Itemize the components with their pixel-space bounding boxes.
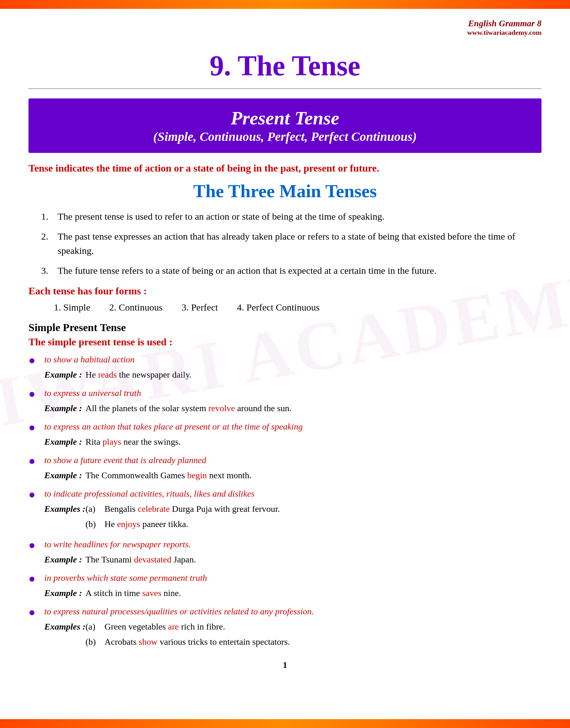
- sub-example-label: Examples :: [44, 620, 85, 633]
- example-row: Example : All the planets of the solar s…: [44, 402, 542, 415]
- example-label: Example :: [44, 368, 85, 382]
- bullet-text: to show a habitual action: [44, 354, 134, 364]
- chapter-title: 9. The Tense: [28, 49, 542, 82]
- example-text: He reads the newspaper daily.: [85, 368, 192, 382]
- list-item: 1. The present tense is used to refer to…: [41, 209, 542, 223]
- form-item-perfect-continuous: 4. Perfect Continuous: [237, 302, 319, 313]
- bullet-dot: ●: [28, 419, 44, 436]
- divider: [28, 88, 542, 89]
- bullet-content: in proverbs which state some permanent t…: [44, 571, 542, 600]
- highlight-verb: are: [168, 622, 179, 632]
- highlight-verb: plays: [102, 437, 121, 447]
- example-row: Example : Rita plays near the swings.: [44, 435, 542, 449]
- list-item: 3. The future tense refers to a state of…: [41, 263, 542, 277]
- list-item: ● to express an action that takes place …: [28, 420, 542, 449]
- bottom-border: [0, 719, 570, 728]
- bullet-content: to express a universal truth Example : A…: [44, 387, 542, 415]
- sub-example-label: Examples :: [44, 502, 85, 516]
- used-heading: The simple present tense is used :: [28, 336, 542, 348]
- sub-example-row: (b) He enjoys paneer tikka.: [44, 518, 542, 531]
- bullet-content: to show a habitual action Example : He r…: [44, 353, 542, 382]
- example-label: Example :: [44, 553, 85, 566]
- bullet-dot: ●: [28, 452, 44, 470]
- sub-example-letter: (a): [85, 620, 104, 633]
- list-item: ● to indicate professional activities, r…: [28, 487, 542, 533]
- example-row: Example : The Commonwealth Games begin n…: [44, 469, 542, 482]
- brand-title: English Grammar 8: [28, 18, 542, 28]
- three-main-list: 1. The present tense is used to refer to…: [41, 209, 542, 277]
- bullet-text: to indicate professional activities, rit…: [44, 489, 255, 499]
- bullet-dot: ●: [28, 537, 44, 554]
- header-info: English Grammar 8 www.tiwariacademy.com: [28, 18, 542, 37]
- highlight-verb: enjoys: [117, 519, 140, 529]
- list-text: The present tense is used to refer to an…: [58, 209, 384, 223]
- tense-definition: Tense indicates the time of action or a …: [28, 162, 542, 174]
- sub-examples: Examples : (a) Green vegetables are rich…: [44, 620, 542, 649]
- example-text: Rita plays near the swings.: [85, 435, 181, 449]
- sub-examples: Examples : (a) Bengalis celebrate Durga …: [44, 502, 542, 531]
- top-border: [0, 0, 570, 9]
- section-heading: Simple Present Tense: [28, 321, 542, 333]
- bullet-text: to express a universal truth: [44, 388, 141, 398]
- sub-example-row: Examples : (a) Bengalis celebrate Durga …: [44, 502, 542, 516]
- bullet-dot: ●: [28, 486, 44, 503]
- highlight-verb: saves: [142, 588, 162, 598]
- box-title: Present Tense: [41, 107, 529, 129]
- example-row: Example : He reads the newspaper daily.: [44, 368, 542, 382]
- bullet-dot: ●: [28, 604, 44, 621]
- example-text: The Commonwealth Games begin next month.: [85, 469, 251, 482]
- example-label: Example :: [44, 402, 85, 415]
- bullet-content: to write headlines for newspaper reports…: [44, 538, 542, 566]
- highlight-verb: revolve: [208, 403, 235, 413]
- forms-row: 1. Simple 2. Continuous 3. Perfect 4. Pe…: [54, 302, 542, 313]
- bullet-dot: ●: [28, 385, 44, 402]
- sub-example-row: Examples : (a) Green vegetables are rich…: [44, 620, 542, 633]
- form-item-perfect: 3. Perfect: [182, 302, 218, 313]
- list-text: The past tense expresses an action that …: [58, 229, 542, 258]
- list-item: ● to express natural processes/qualities…: [28, 605, 542, 650]
- highlight-verb: reads: [98, 370, 117, 380]
- list-item: ● in proverbs which state some permanent…: [28, 571, 542, 600]
- example-label: Example :: [44, 435, 85, 449]
- bullet-text: to write headlines for newspaper reports…: [44, 539, 191, 549]
- example-text: All the planets of the solar system revo…: [85, 402, 292, 415]
- list-item: ● to show a habitual action Example : He…: [28, 353, 542, 382]
- sub-example-content: Acrobats show various tricks to entertai…: [104, 635, 542, 649]
- bullet-text: to express natural processes/qualities o…: [44, 607, 314, 616]
- bullet-text: to express an action that takes place at…: [44, 422, 303, 432]
- box-subtitle: (Simple, Continuous, Perfect, Perfect Co…: [41, 129, 529, 144]
- sub-example-content: Green vegetables are rich in fibre.: [104, 620, 542, 633]
- list-item: ● to write headlines for newspaper repor…: [28, 538, 542, 566]
- forms-heading: Each tense has four forms :: [28, 285, 542, 297]
- brand-url: www.tiwariacademy.com: [28, 28, 542, 37]
- bullet-list: ● to show a habitual action Example : He…: [28, 353, 542, 650]
- highlight-verb: devastated: [134, 555, 171, 564]
- form-item-simple: 1. Simple: [54, 302, 90, 313]
- list-num: 2.: [41, 229, 58, 243]
- bullet-content: to indicate professional activities, rit…: [44, 487, 542, 533]
- bullet-text: in proverbs which state some permanent t…: [44, 573, 207, 583]
- example-row: Example : A stitch in time saves nine.: [44, 587, 542, 600]
- bullet-content: to express natural processes/qualities o…: [44, 605, 542, 650]
- sub-example-content: He enjoys paneer tikka.: [104, 518, 542, 531]
- sub-example-content: Bengalis celebrate Durga Puja with great…: [104, 502, 542, 516]
- example-label: Example :: [44, 469, 85, 482]
- bullet-content: to show a future event that is already p…: [44, 454, 542, 482]
- list-num: 1.: [41, 209, 58, 223]
- example-label: Example :: [44, 587, 85, 600]
- bullet-dot: ●: [28, 570, 44, 587]
- list-item: 2. The past tense expresses an action th…: [41, 229, 542, 258]
- example-row: Example : The Tsunami devastated Japan.: [44, 553, 542, 566]
- highlight-verb: show: [139, 637, 158, 647]
- example-text: The Tsunami devastated Japan.: [85, 553, 196, 566]
- sub-example-letter: (b): [85, 635, 104, 649]
- list-num: 3.: [41, 263, 58, 277]
- page-number: 1: [28, 660, 542, 670]
- present-tense-box: Present Tense (Simple, Continuous, Perfe…: [28, 98, 542, 153]
- sub-example-row: (b) Acrobats show various tricks to ente…: [44, 635, 542, 649]
- list-item: ● to show a future event that is already…: [28, 454, 542, 482]
- list-item: ● to express a universal truth Example :…: [28, 387, 542, 415]
- list-text: The future tense refers to a state of be…: [58, 263, 437, 277]
- highlight-verb: begin: [187, 470, 207, 480]
- sub-example-letter: (b): [85, 518, 104, 531]
